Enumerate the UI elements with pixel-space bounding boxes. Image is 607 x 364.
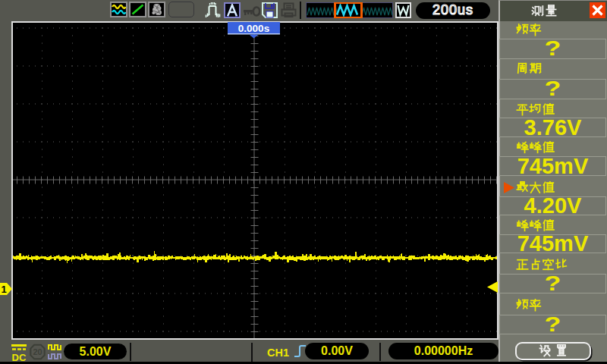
svg-text:1: 1 <box>1 284 6 295</box>
svg-text:DC: DC <box>12 352 27 362</box>
svg-text:20: 20 <box>33 347 42 356</box>
